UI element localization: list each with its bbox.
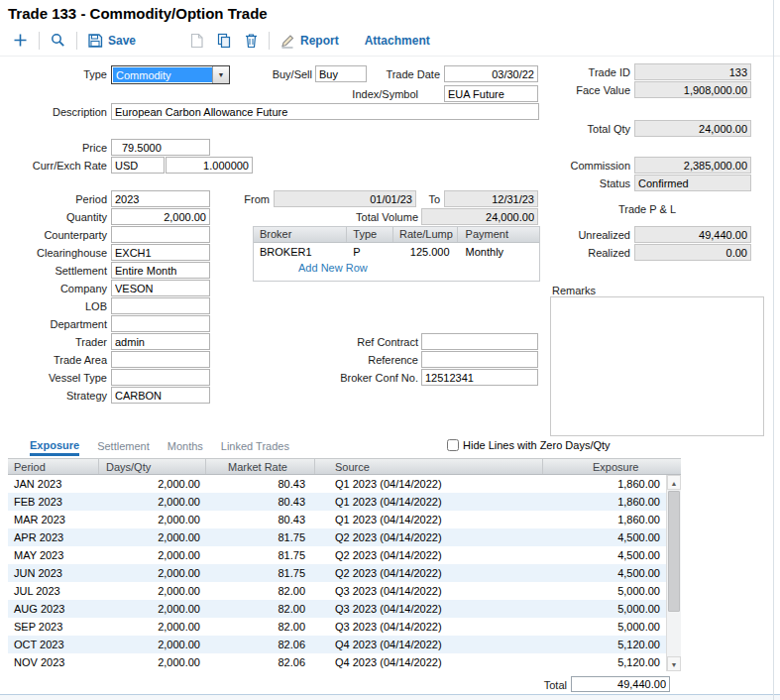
vertical-scrollbar[interactable]: ▲ ▼ xyxy=(666,475,681,671)
cell-market-rate: 82.00 xyxy=(206,600,315,618)
to-date-field xyxy=(444,190,538,207)
cell-market-rate: 82.00 xyxy=(206,582,315,600)
add-new-row-link[interactable]: Add New Row xyxy=(298,262,539,274)
trader-input[interactable] xyxy=(111,333,210,350)
strategy-input[interactable] xyxy=(111,387,210,404)
counterparty-label: Counterparty xyxy=(4,229,107,241)
realized-field xyxy=(634,244,751,261)
department-input[interactable] xyxy=(111,315,210,332)
tab-settlement[interactable]: Settlement xyxy=(97,440,150,456)
table-row[interactable]: JUL 2023 2,000.00 82.00 Q3 2023 (04/14/2… xyxy=(8,582,666,600)
period-label: Period xyxy=(4,193,107,205)
delete-button[interactable] xyxy=(238,30,265,52)
scrollbar-thumb[interactable] xyxy=(668,491,680,612)
hide-zero-checkbox[interactable] xyxy=(447,439,459,451)
type-label: Type xyxy=(4,68,107,80)
cell-period: JUN 2023 xyxy=(8,564,99,582)
lob-input[interactable] xyxy=(111,297,210,314)
cell-period: AUG 2023 xyxy=(8,600,99,618)
cell-period: NOV 2023 xyxy=(8,653,99,671)
window-right-border xyxy=(773,0,774,700)
days-qty-col-header[interactable]: Days/Qty xyxy=(99,459,206,474)
source-col-header[interactable]: Source xyxy=(315,459,543,474)
toolbar-divider xyxy=(0,56,780,57)
table-row[interactable]: APR 2023 2,000.00 81.75 Q2 2023 (04/14/2… xyxy=(8,528,666,546)
cell-exposure: 5,120.00 xyxy=(543,636,666,653)
table-row[interactable]: OCT 2023 2,000.00 82.06 Q4 2023 (04/14/2… xyxy=(8,636,666,653)
cell-exposure: 5,000.00 xyxy=(543,582,666,600)
tab-bar: Exposure Settlement Months Linked Trades xyxy=(8,434,289,456)
table-row[interactable]: AUG 2023 2,000.00 82.00 Q3 2023 (04/14/2… xyxy=(8,600,666,618)
face-value-label: Face Value xyxy=(517,84,630,96)
vessel-type-input[interactable] xyxy=(111,369,210,386)
ref-contract-input[interactable] xyxy=(421,333,538,350)
remarks-textarea[interactable] xyxy=(550,296,764,436)
cell-days-qty: 2,000.00 xyxy=(99,475,206,493)
cell-exposure: 1,860.00 xyxy=(543,475,666,493)
price-input[interactable] xyxy=(111,139,210,156)
scroll-up-arrow[interactable]: ▲ xyxy=(667,475,681,490)
table-row[interactable]: MAR 2023 2,000.00 80.43 Q1 2023 (04/14/2… xyxy=(8,511,666,528)
status-field xyxy=(634,175,751,191)
exch-rate-input[interactable] xyxy=(166,157,253,174)
quantity-input[interactable] xyxy=(111,208,210,225)
currency-input[interactable] xyxy=(111,157,165,174)
table-row[interactable]: FEB 2023 2,000.00 80.43 Q1 2023 (04/14/2… xyxy=(8,493,666,511)
scroll-down-arrow[interactable]: ▼ xyxy=(667,656,681,671)
table-row[interactable]: MAY 2023 2,000.00 81.75 Q2 2023 (04/14/2… xyxy=(8,546,666,564)
tab-linked-trades[interactable]: Linked Trades xyxy=(221,440,289,456)
exposure-table: Period Days/Qty Market Rate Source Expos… xyxy=(8,458,681,671)
broker-table-header: Broker Type Rate/Lump Payment xyxy=(254,227,539,243)
attachment-button[interactable]: Attachment xyxy=(359,31,436,51)
cell-source: Q2 2023 (04/14/2022) xyxy=(315,564,543,582)
counterparty-input[interactable] xyxy=(111,226,210,243)
tab-exposure[interactable]: Exposure xyxy=(30,439,79,456)
cell-exposure: 1,860.00 xyxy=(543,493,666,511)
cell-exposure: 5,120.00 xyxy=(543,653,666,671)
new-document-button[interactable] xyxy=(183,30,210,52)
total-volume-label: Total Volume xyxy=(327,211,418,223)
cell-exposure: 4,500.00 xyxy=(543,564,666,582)
clearinghouse-label: Clearinghouse xyxy=(4,247,107,259)
table-row[interactable]: JAN 2023 2,000.00 80.43 Q1 2023 (04/14/2… xyxy=(8,475,666,493)
table-row[interactable]: JUN 2023 2,000.00 81.75 Q2 2023 (04/14/2… xyxy=(8,564,666,582)
copy-button[interactable] xyxy=(210,30,238,52)
report-button[interactable]: Report xyxy=(274,30,345,52)
market-rate-col-header[interactable]: Market Rate xyxy=(206,459,315,474)
cell-exposure: 5,000.00 xyxy=(543,600,666,618)
trader-label: Trader xyxy=(4,336,107,348)
broker-row[interactable]: BROKER1 P 125.000 Monthly xyxy=(254,243,539,261)
company-label: Company xyxy=(4,283,107,294)
broker-conf-no-input[interactable] xyxy=(421,369,538,386)
cell-period: OCT 2023 xyxy=(8,636,99,653)
period-input[interactable] xyxy=(111,190,210,207)
search-button[interactable] xyxy=(44,29,72,52)
buy-sell-input[interactable] xyxy=(315,65,367,82)
cell-period: MAR 2023 xyxy=(8,511,99,528)
table-row[interactable]: NOV 2023 2,000.00 82.06 Q4 2023 (04/14/2… xyxy=(8,653,666,671)
to-label: To xyxy=(412,193,440,205)
reference-label: Reference xyxy=(327,354,418,366)
index-symbol-label: Index/Symbol xyxy=(347,88,418,100)
save-button[interactable]: Save xyxy=(81,30,142,52)
settlement-input[interactable] xyxy=(111,262,210,279)
from-label: From xyxy=(242,193,270,205)
company-input[interactable] xyxy=(111,280,210,296)
cell-source: Q2 2023 (04/14/2022) xyxy=(315,528,543,546)
new-button[interactable] xyxy=(6,29,35,52)
tab-months[interactable]: Months xyxy=(167,440,203,456)
chevron-down-icon[interactable]: ▼ xyxy=(212,66,229,83)
exposure-col-header[interactable]: Exposure xyxy=(543,459,681,474)
cell-period: FEB 2023 xyxy=(8,493,99,511)
curr-exch-rate-label: Curr/Exch Rate xyxy=(4,160,107,172)
clearinghouse-input[interactable] xyxy=(111,244,210,261)
toolbar-separator xyxy=(39,32,40,50)
type-select[interactable]: Commodity ▼ xyxy=(111,65,230,84)
period-col-header[interactable]: Period xyxy=(8,459,99,474)
report-button-label: Report xyxy=(300,34,339,48)
trade-area-input[interactable] xyxy=(111,351,210,368)
strategy-label: Strategy xyxy=(4,390,107,402)
reference-input[interactable] xyxy=(421,351,538,368)
description-input[interactable] xyxy=(111,103,539,120)
table-row[interactable]: SEP 2023 2,000.00 82.00 Q3 2023 (04/14/2… xyxy=(8,618,666,636)
